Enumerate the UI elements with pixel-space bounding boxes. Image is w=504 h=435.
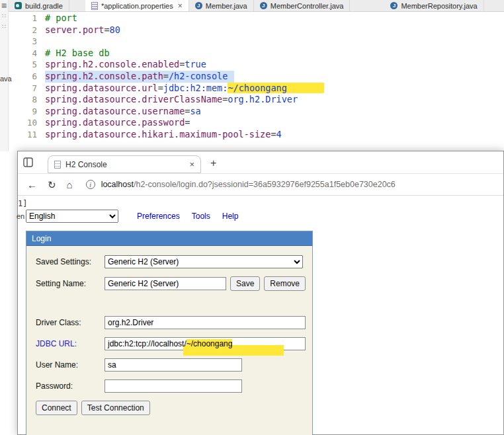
line-number: 1 <box>9 13 45 24</box>
url-text: localhost/h2-console/login.do?jsessionid… <box>101 180 396 189</box>
property-key: spring.datasource.driverClassName <box>45 94 222 104</box>
tab-build-gradle[interactable]: build.gradle <box>9 0 69 11</box>
site-info-icon[interactable]: i <box>86 180 95 189</box>
close-icon[interactable]: × <box>178 2 183 10</box>
user-name-label: User Name: <box>36 360 105 370</box>
home-icon[interactable]: ⌂ <box>67 180 73 190</box>
page-menu: Preferences Tools Help <box>137 212 238 221</box>
line-number: 10 <box>9 117 45 129</box>
highlighted-value: ~/choongang <box>228 83 323 93</box>
saved-settings-select[interactable]: Generic H2 (Server) <box>105 255 303 268</box>
property-value: true <box>185 59 206 69</box>
gradle-icon <box>15 2 22 9</box>
code-line: 3 <box>9 36 504 48</box>
tools-link[interactable]: Tools <box>192 212 210 221</box>
login-form: Saved Settings: Generic H2 (Server) Sett… <box>26 246 312 435</box>
browser-window: H2 Console × + ← ↻ ⌂ i localhost/h2-cons… <box>17 151 504 435</box>
line-number: 6 <box>9 71 45 83</box>
url-path: /h2-console/login.do?jsessionid=36a59329… <box>134 180 396 189</box>
password-label: Password: <box>36 381 105 391</box>
login-buttons-row: Connect Test Connection <box>36 401 306 415</box>
code-line: 5 spring.h2.console.enabled=true <box>9 59 504 71</box>
selected-line-highlight: spring.h2.console.path=/h2-console <box>45 71 234 83</box>
tab-label: *application.properties <box>101 2 173 10</box>
equals-sign: = <box>163 71 169 81</box>
line-number: 4 <box>9 48 45 59</box>
password-input[interactable] <box>105 379 242 393</box>
back-arrow-icon[interactable]: ← <box>27 180 37 190</box>
ide-text-fragment: 1] <box>18 199 27 208</box>
browser-tab-title: H2 Console <box>65 160 107 169</box>
code-line: 6 spring.h2.console.path=/h2-console <box>9 71 504 83</box>
save-button[interactable]: Save <box>230 276 260 291</box>
tab-application-properties[interactable]: *application.properties × <box>85 0 189 11</box>
tab-label: MemberController.java <box>271 2 344 10</box>
help-link[interactable]: Help <box>222 212 239 221</box>
tab-label: build.gradle <box>25 2 63 10</box>
h2-console-page: English Preferences Tools Help Login Sav… <box>18 196 503 434</box>
comment-text: # H2 base db <box>45 48 110 58</box>
line-number: 5 <box>9 59 45 71</box>
properties-editor[interactable]: 1 # port 2 server.port=80 3 4 # H2 base … <box>9 13 504 151</box>
drag-dots-icon: ∷ <box>2 23 6 30</box>
test-connection-button[interactable]: Test Connection <box>81 401 150 415</box>
tab-memberrepository-java[interactable]: J MemberRepository.java <box>384 0 483 11</box>
tab-membercontroller-java[interactable]: J MemberController.java <box>254 0 351 11</box>
code-line: 7 spring.datasource.url=jdbc:h2:mem:~/ch… <box>9 83 504 95</box>
property-key: spring.h2.console.enabled <box>45 59 179 69</box>
drag-dots-icon: ∷ <box>2 13 6 19</box>
property-value: /h2-console <box>169 71 228 81</box>
screenshot-canvas: ▦ ∷ ∷ build.gradle *application.properti… <box>0 0 504 435</box>
tab-member-java[interactable]: J Member.java <box>189 0 254 11</box>
remove-button[interactable]: Remove <box>264 276 306 291</box>
setting-name-label: Setting Name: <box>36 279 105 288</box>
refresh-icon[interactable]: ↻ <box>48 180 56 190</box>
user-name-input[interactable] <box>105 358 242 372</box>
browser-titlebar: H2 Console × + <box>18 151 503 174</box>
browser-navbar: ← ↻ ⌂ i localhost/h2-console/login.do?js… <box>18 174 503 196</box>
setting-name-row: Setting Name: Save Remove <box>36 276 306 291</box>
close-icon[interactable]: × <box>189 159 194 169</box>
browser-tab-h2-console[interactable]: H2 Console × <box>48 155 201 173</box>
ide-text-fragment: en <box>17 212 24 220</box>
language-select[interactable]: English <box>26 210 118 223</box>
code-line: 4 # H2 base db <box>9 48 504 59</box>
jdbc-url-highlighted-value: ~/choongang <box>187 339 233 348</box>
connect-button[interactable]: Connect <box>36 401 77 415</box>
editor-tabbar: build.gradle *application.properties × J… <box>9 0 504 12</box>
tab-label: MemberRepository.java <box>401 2 477 10</box>
jdbc-url-prefix: jdbc:h2:tcp://localhost/ <box>108 339 187 348</box>
line-number: 3 <box>9 36 45 48</box>
page-favicon-icon <box>54 161 61 169</box>
property-key: spring.h2.console.path <box>45 71 163 81</box>
driver-class-label: Driver Class: <box>36 318 105 327</box>
grid-icon[interactable]: ▦ <box>1 2 7 9</box>
property-key: spring.datasource.username <box>45 106 185 116</box>
new-tab-button[interactable]: + <box>210 157 216 169</box>
equals-sign: = <box>271 129 276 139</box>
java-class-icon: J <box>195 2 202 9</box>
jdbc-url-input[interactable]: jdbc:h2:tcp://localhost/~/choongang <box>105 337 306 350</box>
line-number: 2 <box>9 24 45 36</box>
line-number: 7 <box>9 83 45 95</box>
saved-settings-label: Saved Settings: <box>36 257 105 266</box>
tab-mosaic-icon[interactable] <box>23 157 33 167</box>
code-line: 1 # port <box>9 13 504 24</box>
line-number: 11 <box>9 129 45 141</box>
ide-text-fragment: ava <box>0 75 12 83</box>
preferences-link[interactable]: Preferences <box>137 212 180 221</box>
driver-class-input[interactable] <box>105 316 306 329</box>
equals-sign: = <box>158 83 163 93</box>
jdbc-url-label: JDBC URL: <box>36 339 105 348</box>
property-value: org.h2.Driver <box>228 94 298 104</box>
comment-text: # port <box>45 13 77 23</box>
driver-class-row: Driver Class: <box>36 316 306 329</box>
setting-name-input[interactable] <box>105 277 226 290</box>
login-panel: Login Saved Settings: Generic H2 (Server… <box>26 231 313 435</box>
code-line: 8 spring.datasource.driverClassName=org.… <box>9 94 504 106</box>
property-key: server.port <box>45 24 104 35</box>
form-spacer <box>33 299 306 316</box>
tab-spacer <box>69 0 85 11</box>
address-bar[interactable]: i localhost/h2-console/login.do?jsession… <box>86 180 494 189</box>
tab-spacer <box>350 0 384 11</box>
